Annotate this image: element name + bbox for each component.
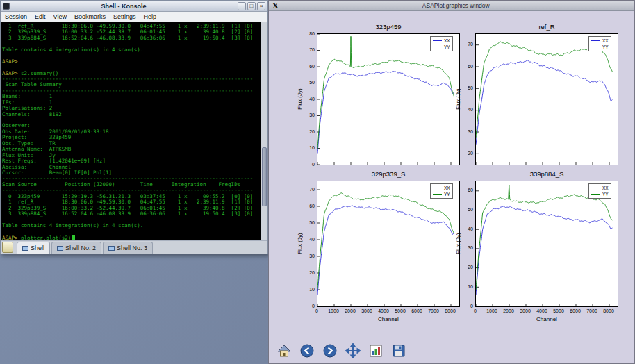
y-tick-label: 60: [456, 188, 473, 193]
konsole-menubar: Session Edit View Bookmarks Settings Hel…: [1, 12, 267, 22]
plot-axes[interactable]: [475, 33, 618, 165]
terminal-line: Table contains 4 integration(s) in 4 sca…: [2, 47, 260, 53]
tab-shell-2[interactable]: Shell No. 2: [51, 242, 101, 254]
tab-label: Shell No. 3: [117, 245, 147, 251]
maximize-button[interactable]: □: [247, 2, 256, 10]
minimize-button[interactable]: −: [238, 2, 246, 10]
y-tick-label: 50: [298, 220, 315, 226]
legend-label: XX: [444, 185, 450, 190]
tab-label: Shell: [31, 245, 44, 251]
terminal-line: [2, 53, 260, 58]
legend-entry: YY: [433, 44, 450, 49]
terminal-area: 1 ref_R 18:30:06.0 -49.59.30.0 04:47:55 …: [1, 22, 267, 242]
y-tick-label: 20: [298, 270, 315, 276]
legend-label: YY: [602, 44, 609, 49]
series-YY: [318, 193, 454, 289]
x-axis-label: Channel: [475, 316, 618, 322]
legend-line-swatch: [433, 188, 442, 188]
subplot-title: ref_R: [475, 23, 618, 32]
figure-canvas[interactable]: 323p459Flux (Jy)01020304050607080XXYYref…: [269, 11, 634, 340]
series-YY: [476, 42, 612, 138]
tick-marks: [476, 45, 609, 165]
subplots-icon: [368, 343, 384, 358]
konsole-titlebar[interactable]: Shell - Konsole − □ ×: [1, 1, 267, 12]
series-XX: [318, 71, 454, 153]
desktop: Shell - Konsole − □ × Session Edit View …: [0, 0, 635, 364]
back-button[interactable]: [298, 342, 316, 360]
legend-line-swatch: [433, 40, 442, 41]
legend-entry: YY: [591, 44, 609, 49]
subplot-title: 339p884_S: [475, 170, 618, 179]
y-tick-label: 10: [298, 145, 315, 151]
terminal-tab-icon: [22, 246, 28, 251]
terminal-line: ASAP> plotter.plot(s2): [2, 235, 260, 240]
home-icon: [277, 343, 292, 358]
terminal-line: ASAP>: [2, 59, 260, 65]
terminal-line: 3 339p884_S 16:52:04.6 -46.08.33.9 06:36…: [2, 211, 260, 217]
scrollbar-thumb[interactable]: [262, 147, 267, 206]
window-controls: − □ ×: [238, 2, 265, 10]
tab-shell-3[interactable]: Shell No. 3: [103, 242, 153, 254]
plot-curves-svg: [476, 34, 618, 165]
x-tick-label: 8000: [599, 308, 618, 314]
konsole-window: Shell - Konsole − □ × Session Edit View …: [0, 0, 268, 254]
y-tick-label: 60: [298, 204, 315, 209]
close-button[interactable]: ×: [257, 2, 265, 10]
save-icon: [391, 343, 406, 358]
terminal-output[interactable]: 1 ref_R 18:30:06.0 -49.59.30.0 04:47:55 …: [2, 24, 260, 242]
y-tick-label: 50: [456, 85, 473, 91]
forward-button[interactable]: [321, 342, 339, 360]
save-button[interactable]: [390, 342, 408, 360]
y-tick-label: 20: [456, 151, 473, 156]
terminal-line: Table contains 4 integration(s) in 4 sca…: [2, 223, 260, 229]
y-tick-label: 20: [298, 129, 315, 135]
y-tick-label: 50: [298, 80, 315, 85]
menu-edit[interactable]: Edit: [35, 13, 46, 20]
y-tick-label: 20: [456, 265, 473, 270]
asap-prompt: ASAP>: [2, 234, 18, 240]
plot-axes[interactable]: [475, 181, 618, 307]
pan-button[interactable]: [344, 342, 362, 360]
terminal-line: 3 339p884_S 16:52:04.6 -46.08.33.9 06:36…: [2, 35, 260, 41]
y-tick-label: 40: [298, 97, 315, 102]
new-session-button[interactable]: [2, 242, 13, 253]
legend-label: YY: [602, 192, 609, 197]
y-tick-label: 30: [456, 129, 473, 135]
menu-help[interactable]: Help: [143, 13, 156, 20]
menu-settings[interactable]: Settings: [113, 13, 136, 20]
plot-legend: XXYY: [430, 183, 453, 199]
y-tick-label: 30: [298, 113, 315, 118]
plot-legend: XXYY: [588, 36, 611, 51]
menu-bookmarks[interactable]: Bookmarks: [74, 13, 106, 20]
plot-axes[interactable]: [317, 181, 460, 307]
asaplot-titlebar[interactable]: X ASAPlot graphics window: [269, 1, 634, 11]
y-tick-label: 10: [456, 284, 473, 290]
legend-entry: XX: [433, 38, 450, 43]
y-tick-label: 10: [298, 287, 315, 292]
y-axis-label: Flux (Jy): [454, 33, 462, 165]
y-tick-label: 60: [456, 64, 473, 69]
back-icon: [299, 343, 315, 358]
y-tick-label: 70: [298, 47, 315, 53]
plot-toolbar: [269, 338, 634, 363]
y-tick-label: 0: [298, 162, 315, 167]
tab-label: Shell No. 2: [65, 245, 96, 251]
tab-shell-1[interactable]: Shell: [17, 242, 50, 254]
terminal-scrollbar[interactable]: [261, 22, 267, 242]
menu-session[interactable]: Session: [5, 13, 27, 20]
series-XX: [476, 60, 612, 145]
legend-line-swatch: [591, 47, 600, 47]
menu-view[interactable]: View: [53, 13, 67, 20]
y-tick-label: 70: [456, 42, 473, 47]
legend-line-swatch: [591, 188, 600, 188]
plot-curves-svg: [318, 34, 459, 165]
series-XX: [318, 206, 454, 295]
subplot-title: 323p459: [317, 23, 460, 32]
legend-line-swatch: [433, 47, 442, 47]
subplots-button[interactable]: [367, 342, 385, 360]
plot-axes[interactable]: [317, 33, 460, 165]
tick-marks: [318, 34, 451, 165]
home-button[interactable]: [275, 342, 293, 360]
y-tick-label: 60: [298, 64, 315, 69]
pan-icon: [345, 343, 361, 358]
